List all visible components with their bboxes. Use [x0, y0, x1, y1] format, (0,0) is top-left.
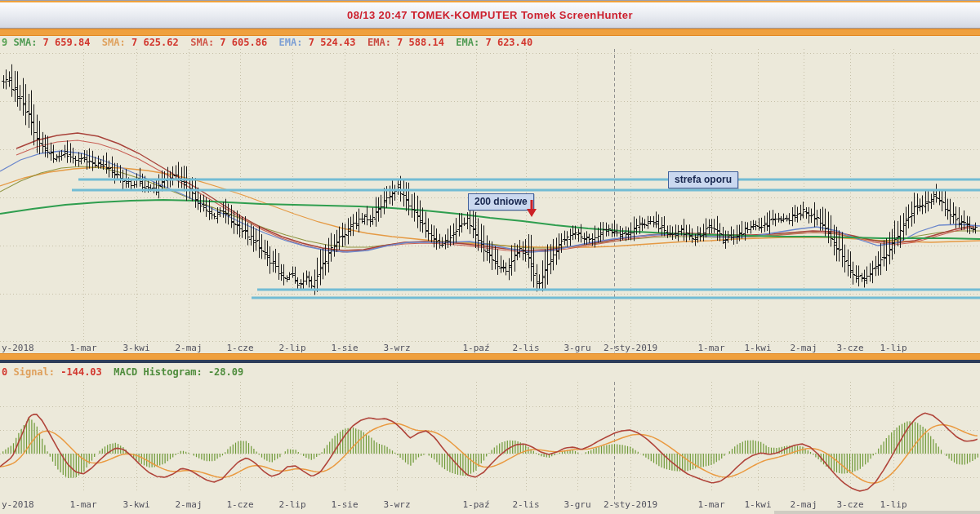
x-axis-label: 1-kwi — [744, 343, 771, 353]
down-arrow-marker[interactable] — [526, 200, 537, 218]
x-axis-label: 1-lip — [880, 343, 906, 353]
bottom-edge-strip — [774, 511, 980, 514]
x-axis-label: 1-mar — [69, 343, 96, 353]
x-axis-label: 1-cze — [226, 499, 253, 510]
x-axis-label: 1-sie — [331, 343, 358, 353]
resistance-zone-label[interactable]: strefa oporu — [668, 171, 738, 188]
x-axis-label: 2-maj — [790, 499, 817, 510]
x-axis-label: 1-kwi — [744, 499, 771, 510]
x-axis-label: 3-wrz — [383, 343, 410, 353]
indicator-header-macd: 0 Signal: -144.03 MACD Histogram: -28.09 — [2, 366, 256, 378]
indicator-value: 7 605.86 — [220, 37, 278, 48]
indicator-label: EMA: — [368, 37, 397, 48]
indicator-label: EMA: — [279, 37, 309, 48]
indicator-label: SMA: — [13, 37, 42, 48]
x-axis-label: 1-sie — [331, 499, 358, 510]
header-partial-text: 0 — [2, 366, 13, 378]
indicator-label: SMA: — [190, 37, 220, 48]
x-axis-label: 2-maj — [175, 499, 202, 510]
x-axis-label: 2-lis — [512, 499, 539, 510]
x-axis-label: 2-lip — [278, 343, 305, 353]
indicator-value: 7 625.62 — [131, 37, 190, 48]
x-axis-label: y-2018 — [2, 343, 34, 353]
indicator-value: 7 623.40 — [485, 37, 544, 48]
x-axis-label: 1-cze — [226, 343, 253, 353]
x-axis-label: 2-lis — [512, 343, 539, 353]
x-axis-label: 1-paź — [462, 499, 489, 510]
x-axis-label: 1-mar — [697, 343, 724, 353]
x-axis-label: 3-cze — [836, 499, 863, 510]
indicator-label: SMA: — [102, 37, 131, 48]
x-axis-label: 3-gru — [564, 343, 590, 353]
indicator-label: MACD Histogram: — [114, 366, 208, 378]
indicator-value: -144.03 — [60, 366, 114, 378]
x-axis-label: 2-lip — [278, 499, 305, 510]
panel-divider-top — [0, 29, 980, 36]
window-title: 08/13 20:47 TOMEK-KOMPUTER Tomek ScreenH… — [347, 9, 633, 21]
x-axis-bottom: y-20181-mar3-kwi2-maj1-cze2-lip1-sie3-wr… — [0, 499, 980, 511]
x-axis-label: 3-kwi — [122, 343, 149, 353]
x-axis-label: 1-mar — [69, 499, 96, 510]
x-axis-main: y-20181-mar3-kwi2-maj1-cze2-lip1-sie3-wr… — [0, 343, 980, 354]
x-axis-label: 2-maj — [175, 343, 202, 353]
x-axis-label: 1-mar — [697, 499, 724, 510]
indicator-value: -28.09 — [208, 366, 256, 378]
x-axis-label: 3-wrz — [383, 499, 410, 510]
x-axis-label: 3-cze — [836, 343, 863, 353]
x-axis-label: 1-paź — [462, 343, 489, 353]
indicator-value: 7 524.43 — [309, 37, 368, 48]
titlebar[interactable]: 08/13 20:47 TOMEK-KOMPUTER Tomek ScreenH… — [0, 2, 980, 29]
indicator-value: 7 588.14 — [397, 37, 456, 48]
x-axis-label: 3-kwi — [122, 499, 149, 510]
header-partial-text: 9 — [2, 37, 13, 48]
x-axis-label: 2-sty-2019 — [604, 499, 657, 510]
chart-canvas[interactable] — [0, 0, 980, 514]
indicator-label: EMA: — [456, 37, 485, 48]
indicator-label: Signal: — [13, 366, 60, 378]
panel-divider-navy — [0, 360, 980, 363]
x-axis-label: 2-maj — [790, 343, 817, 353]
x-axis-label: y-2018 — [2, 499, 34, 510]
ma200-label[interactable]: 200 dniowe — [468, 193, 534, 210]
indicator-header-main: 9 SMA: 7 659.84 SMA: 7 625.62 SMA: 7 605… — [2, 37, 545, 48]
x-axis-label: 2-sty-2019 — [604, 343, 657, 353]
x-axis-label: 1-lip — [880, 499, 906, 510]
x-axis-label: 3-gru — [564, 499, 590, 510]
indicator-value: 7 659.84 — [43, 37, 102, 48]
